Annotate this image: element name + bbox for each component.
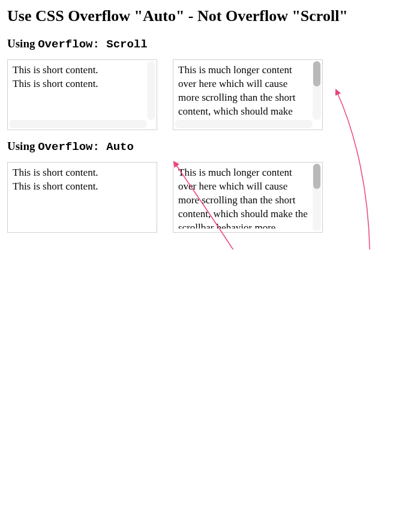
text-line: This is short content.	[13, 166, 152, 180]
box-content: This is much longer content over here wh…	[178, 64, 310, 119]
scrollbar-vertical-track[interactable]	[147, 61, 155, 120]
heading-code: Overflow: Auto	[38, 140, 134, 154]
box-content: This is short content. This is short con…	[13, 166, 152, 229]
heading-prefix: Using	[7, 37, 38, 50]
overflow-scroll-short-box[interactable]: This is short content. This is short con…	[7, 59, 157, 130]
text-line: This is short content.	[13, 180, 152, 194]
demo-row-scroll: This is short content. This is short con…	[7, 59, 413, 130]
box-content: This is much longer content over here wh…	[178, 166, 310, 229]
overflow-scroll-long-box[interactable]: This is much longer content over here wh…	[173, 59, 323, 130]
box-content: This is short content. This is short con…	[13, 64, 145, 119]
scrollbar-horizontal-track[interactable]	[9, 120, 147, 128]
heading-code: Overflow: Scroll	[38, 38, 147, 51]
text-line: This is short content.	[13, 77, 145, 91]
text-line: This is short content.	[13, 64, 145, 77]
demo-row-auto: This is short content. This is short con…	[7, 162, 413, 233]
section-heading-auto: Using Overflow: Auto	[7, 140, 413, 154]
overflow-auto-short-box[interactable]: This is short content. This is short con…	[7, 162, 157, 233]
page-title: Use CSS Overflow "Auto" - Not Overflow "…	[7, 7, 413, 25]
scrollbar-vertical-thumb[interactable]	[313, 61, 320, 86]
section-heading-scroll: Using Overflow: Scroll	[7, 37, 413, 51]
heading-prefix: Using	[7, 140, 38, 152]
scrollbar-horizontal-track[interactable]	[175, 120, 313, 128]
overflow-auto-long-box[interactable]: This is much longer content over here wh…	[173, 162, 323, 233]
scrollbar-vertical-thumb[interactable]	[313, 164, 320, 189]
